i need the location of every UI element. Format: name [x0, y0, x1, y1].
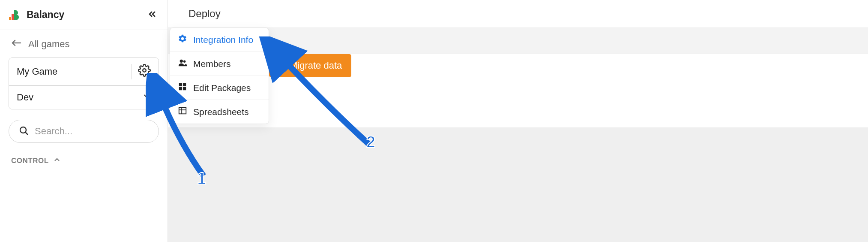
gear-icon: [178, 34, 187, 45]
spreadsheet-icon: [178, 106, 187, 118]
svg-point-7: [180, 60, 183, 63]
gear-icon: [138, 64, 151, 79]
dropdown-item-label: Members: [193, 59, 231, 69]
migrate-icon: [276, 60, 285, 72]
dropdown-members[interactable]: Members: [170, 51, 269, 76]
main-area: Deploy Migrate data: [168, 0, 868, 242]
section-control[interactable]: CONTROL: [0, 143, 168, 166]
toolbar-strip: [168, 27, 868, 54]
content-block: [168, 81, 868, 128]
settings-dropdown: Integration Info Members Edit Packages: [170, 27, 269, 124]
arrow-left-icon: [11, 39, 21, 50]
logo-icon: [9, 9, 21, 21]
dropdown-item-label: Integration Info: [193, 35, 253, 45]
chevron-up-icon: [53, 156, 61, 166]
back-all-games[interactable]: All games: [0, 30, 168, 57]
environment-selector[interactable]: Dev: [9, 86, 159, 109]
sidebar: Balancy All games My Game: [0, 0, 168, 242]
chevrons-left-icon: [147, 9, 157, 21]
chevron-down-icon: [142, 92, 151, 103]
dropdown-edit-packages[interactable]: Edit Packages: [170, 76, 269, 100]
dropdown-item-label: Spreadsheets: [193, 107, 249, 117]
svg-point-8: [183, 60, 186, 63]
grid-icon: [178, 82, 187, 94]
svg-line-5: [26, 133, 28, 135]
logo[interactable]: Balancy: [9, 9, 64, 21]
section-control-label: CONTROL: [11, 157, 49, 165]
sidebar-header: Balancy: [0, 0, 168, 30]
migrate-data-button[interactable]: Migrate data: [269, 54, 351, 77]
search-input[interactable]: [35, 126, 153, 137]
members-icon: [178, 58, 187, 70]
svg-rect-13: [179, 108, 186, 114]
collapse-sidebar-button[interactable]: [145, 8, 159, 22]
empty-area: [168, 128, 868, 242]
page-title-row: Deploy: [168, 0, 868, 27]
svg-rect-0: [9, 17, 11, 20]
search-icon: [18, 125, 29, 137]
svg-rect-12: [183, 87, 186, 90]
game-name-row[interactable]: My Game: [9, 58, 159, 86]
dropdown-spreadsheets[interactable]: Spreadsheets: [170, 100, 269, 124]
svg-point-3: [143, 69, 146, 72]
svg-rect-11: [179, 87, 182, 90]
migrate-label: Migrate data: [290, 60, 342, 71]
svg-rect-1: [12, 14, 14, 20]
svg-rect-10: [183, 83, 186, 86]
dropdown-item-label: Edit Packages: [193, 83, 251, 93]
svg-rect-6: [277, 62, 283, 68]
app-name: Balancy: [27, 9, 64, 21]
game-selector: My Game Dev: [9, 57, 159, 109]
svg-rect-9: [179, 83, 182, 86]
dropdown-integration-info[interactable]: Integration Info: [170, 28, 269, 51]
back-label: All games: [28, 39, 70, 50]
environment-name: Dev: [17, 92, 33, 103]
game-name: My Game: [17, 66, 127, 77]
search-box[interactable]: [9, 120, 159, 143]
game-settings-button[interactable]: [132, 64, 151, 79]
page-title: Deploy: [189, 8, 221, 20]
